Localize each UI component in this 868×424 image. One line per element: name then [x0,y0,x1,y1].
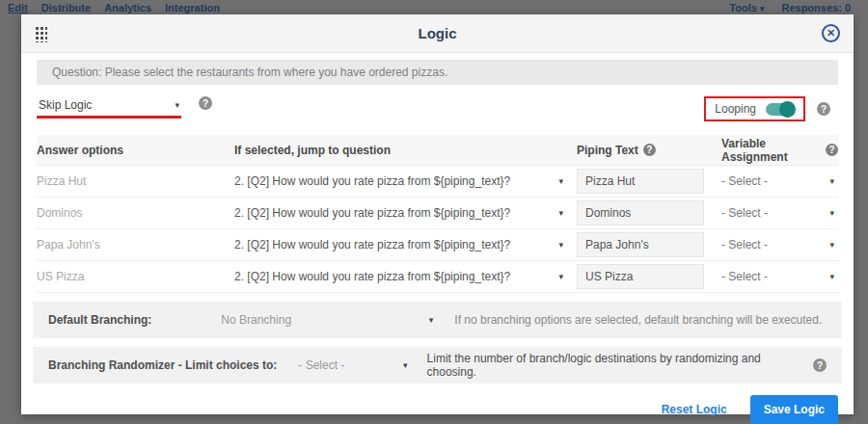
variable-assignment-select[interactable]: - Select - ▾ [721,206,838,220]
chevron-down-icon: ▾ [829,176,834,186]
app-top-nav: Edit Distribute Analytics Integration To… [0,0,868,15]
modal-footer: Reset Logic Save Logic [21,384,854,424]
modal-title: Logic [21,25,854,41]
piping-text-input[interactable] [577,264,704,289]
looping-toggle[interactable] [766,103,795,116]
variable-assignment-select[interactable]: - Select - ▾ [721,174,838,188]
table-row: US Pizza 2. [Q2] How would you rate pizz… [37,261,838,293]
branching-table: Answer options If selected, jump to ques… [37,135,838,293]
header-piping-text: Piping Text ? [577,144,721,157]
nav-tab-analytics[interactable]: Analytics [104,2,151,13]
header-answer-options: Answer options [37,144,234,157]
table-row: Papa John's 2. [Q2] How would you rate p… [37,229,838,261]
default-branching-section: Default Branching: No Branching ▾ If no … [33,302,842,338]
answer-option-label: Pizza Hut [37,174,234,188]
chevron-down-icon: ▾ [829,240,834,250]
chevron-down-icon: ▾ [558,208,563,218]
close-icon[interactable]: ✕ [822,24,840,42]
modal-header: Logic ✕ [21,14,854,53]
save-logic-button[interactable]: Save Logic [750,395,838,424]
branching-randomizer-section: Branching Randomizer - Limit choices to:… [33,347,842,384]
chevron-down-icon: ▾ [175,100,179,110]
help-icon[interactable]: ? [826,144,838,156]
jump-question-select[interactable]: 2. [Q2] How would you rate pizza from ${… [234,174,577,188]
question-text: Question: Please select the restaurants … [52,66,448,79]
piping-text-input[interactable] [577,200,704,225]
answer-option-label: Dominos [37,206,234,220]
help-icon[interactable]: ? [643,144,656,156]
jump-question-select[interactable]: 2. [Q2] How would you rate pizza from ${… [234,270,577,283]
chevron-down-icon: ▾ [558,176,563,186]
jump-question-select[interactable]: 2. [Q2] How would you rate pizza from ${… [234,206,577,220]
responses-count: Responses: 0 [781,2,851,13]
looping-label: Looping [715,102,756,116]
logic-type-value: Skip Logic [39,98,92,112]
toggle-knob [779,101,796,118]
answer-option-label: US Pizza [37,270,234,283]
logic-modal: Logic ✕ Question: Please select the rest… [21,14,854,414]
chevron-down-icon: ▾ [829,272,834,281]
nav-tab-edit[interactable]: Edit [8,2,28,13]
looping-annotation-box: Looping [704,96,805,121]
table-header-row: Answer options If selected, jump to ques… [37,135,838,166]
chevron-down-icon: ▾ [760,4,765,13]
answer-option-label: Papa John's [37,238,234,252]
chevron-down-icon: ▾ [829,208,834,218]
default-branching-select[interactable]: No Branching ▾ [221,313,433,327]
logic-type-select[interactable]: Skip Logic ▾ [37,96,181,119]
help-icon[interactable]: ? [813,358,827,372]
chevron-down-icon: ▾ [429,315,434,325]
variable-assignment-select[interactable]: - Select - ▾ [721,238,838,252]
chevron-down-icon: ▾ [558,272,563,281]
randomizer-label: Branching Randomizer - Limit choices to: [48,358,277,372]
randomizer-hint: Limit the number of branch/logic destina… [427,352,827,379]
logic-controls-row: Skip Logic ▾ ? Looping ? [37,96,838,125]
question-bar: Question: Please select the restaurants … [37,60,838,85]
chevron-down-icon: ▾ [403,360,408,370]
table-row: Dominos 2. [Q2] How would you rate pizza… [37,198,838,229]
chevron-down-icon: ▾ [558,240,563,250]
reset-logic-link[interactable]: Reset Logic [662,403,727,416]
piping-text-input[interactable] [577,232,704,257]
variable-assignment-select[interactable]: - Select - ▾ [721,270,838,283]
help-icon[interactable]: ? [199,96,212,110]
default-branching-hint: If no branching options are selected, de… [454,313,822,327]
nav-tab-distribute[interactable]: Distribute [41,2,91,13]
piping-text-input[interactable] [577,169,704,194]
header-jump-question: If selected, jump to question [234,144,577,157]
randomizer-select[interactable]: - Select - ▾ [298,358,407,372]
help-icon[interactable]: ? [817,102,830,116]
table-row: Pizza Hut 2. [Q2] How would you rate piz… [37,166,838,198]
default-branching-label: Default Branching: [48,313,151,327]
header-variable-assignment: Variable Assignment ? [721,137,838,164]
nav-tab-integration[interactable]: Integration [165,2,220,13]
tools-menu[interactable]: Tools ▾ [729,2,764,13]
jump-question-select[interactable]: 2. [Q2] How would you rate pizza from ${… [234,238,577,252]
